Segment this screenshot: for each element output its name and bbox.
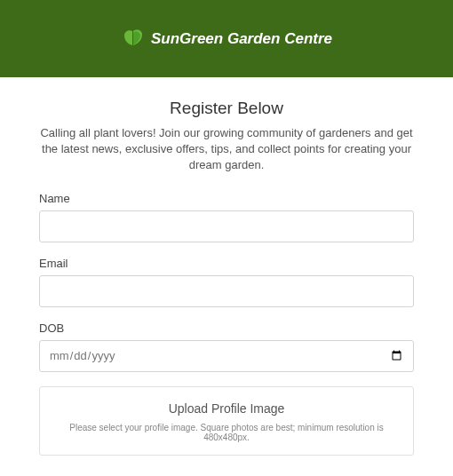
dob-label: DOB bbox=[39, 321, 414, 335]
brand-name: SunGreen Garden Centre bbox=[151, 30, 332, 48]
register-form: Register Below Calling all plant lovers!… bbox=[0, 77, 453, 476]
leaf-icon bbox=[121, 28, 146, 51]
upload-profile-box[interactable]: Upload Profile Image Please select your … bbox=[39, 386, 414, 456]
name-label: Name bbox=[39, 192, 414, 205]
email-input[interactable] bbox=[39, 275, 414, 307]
page-subtitle: Calling all plant lovers! Join our growi… bbox=[39, 125, 414, 174]
dob-field-group: DOB bbox=[39, 321, 414, 372]
header: SunGreen Garden Centre bbox=[0, 0, 453, 77]
upload-hint: Please select your profile image. Square… bbox=[51, 423, 402, 442]
email-label: Email bbox=[39, 257, 414, 270]
dob-input[interactable] bbox=[39, 340, 414, 372]
email-field-group: Email bbox=[39, 257, 414, 307]
page-title: Register Below bbox=[39, 99, 414, 118]
name-field-group: Name bbox=[39, 192, 414, 242]
upload-title: Upload Profile Image bbox=[51, 401, 402, 416]
brand-logo: SunGreen Garden Centre bbox=[121, 28, 332, 51]
name-input[interactable] bbox=[39, 210, 414, 242]
